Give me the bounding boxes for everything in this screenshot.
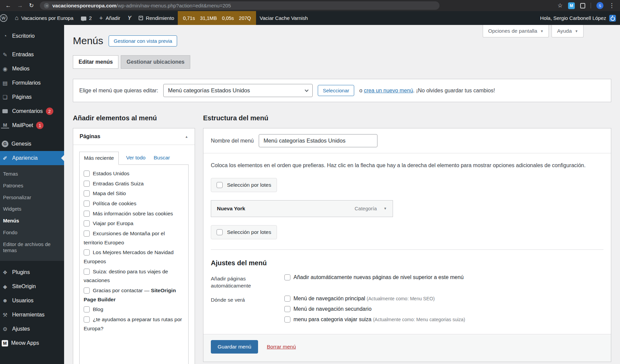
pages-panel-tab[interactable]: Buscar — [153, 152, 170, 164]
page-checkbox[interactable] — [84, 220, 90, 226]
page-checkbox-item[interactable]: Entradas Gratis Suiza — [84, 179, 184, 188]
nav-tab[interactable]: Editar menús — [73, 55, 118, 69]
page-checkbox-item[interactable]: Excursiones de Montaña por el territorio… — [84, 229, 184, 247]
bulk-select-checkbox[interactable] — [217, 229, 223, 235]
menu-name-input[interactable] — [259, 134, 377, 147]
sidebar-item[interactable]: ◔ Escritorio — [0, 29, 64, 43]
page-checkbox[interactable] — [84, 269, 90, 275]
sidebar-item-apariencia[interactable]: ✐ Apariencia — [0, 151, 64, 165]
submenu-item[interactable]: Temas — [0, 168, 64, 180]
sidebar-item[interactable]: M Meow Apps — [0, 336, 64, 350]
auto-add-option[interactable]: Añadir automáticamente nuevas páginas de… — [284, 274, 463, 280]
page-checkbox[interactable] — [84, 190, 90, 196]
save-menu-button[interactable]: Guardar menú — [211, 340, 258, 354]
sidebar-item[interactable]: ▤ Formularios — [0, 76, 64, 90]
page-checkbox-item[interactable]: Blog — [84, 305, 184, 314]
logout-power-icon[interactable] — [609, 15, 616, 22]
pages-panel-tab[interactable]: Ver todo — [125, 152, 146, 164]
cache-box-icon — [139, 16, 143, 20]
help-toggle[interactable]: Ayuda▼ — [552, 25, 584, 37]
chevron-down-icon[interactable]: ▼ — [384, 207, 387, 210]
admin-bar-account[interactable]: Hola, Sergio Carbonell López — [540, 11, 620, 25]
sidebar-item-label: Ajustes — [12, 326, 30, 332]
location-checkbox[interactable] — [284, 316, 290, 323]
location-checkbox[interactable] — [284, 306, 290, 312]
page-checkbox[interactable] — [84, 306, 90, 312]
create-new-menu-link[interactable]: crea un nuevo menú — [364, 88, 413, 93]
sidebar-item[interactable]: ❖ Plugins — [0, 265, 64, 279]
submenu-item[interactable]: Editor de archivos de temas — [0, 239, 64, 257]
menu-settings-heading: Ajustes del menú — [211, 259, 603, 267]
bulk-select-toggle[interactable]: Selección por lotes — [211, 178, 277, 192]
pages-accordion-header[interactable]: Páginas ▲ — [73, 128, 195, 145]
location-checkbox-item[interactable]: menu para categoria viajar suiza (Actual… — [284, 316, 465, 323]
browser-menu-icon[interactable]: ⋮ — [609, 2, 615, 9]
submenu-item[interactable]: Widgets — [0, 203, 64, 215]
page-checkbox[interactable] — [84, 211, 90, 217]
page-checkbox[interactable] — [84, 287, 90, 294]
page-checkbox-item[interactable]: Viajar por Europa — [84, 219, 184, 228]
nav-tab[interactable]: Gestionar ubicaciones — [121, 55, 190, 69]
auto-add-checkbox[interactable] — [284, 274, 290, 280]
performance-stats[interactable]: 0,71s31,1MB0,05s207Q — [178, 11, 256, 25]
page-checkbox[interactable] — [84, 201, 90, 207]
submenu-item[interactable]: Patrones — [0, 180, 64, 192]
sidebar-item[interactable]: Comentarios 2 — [0, 104, 64, 118]
url-text: vacacionesporeuropa.com/wp-admin/nav-men… — [52, 3, 231, 8]
page-checkbox[interactable] — [84, 171, 90, 177]
location-checkbox-item[interactable]: Menú de navegación principal (Actualment… — [284, 296, 465, 302]
submenu-item[interactable]: Menús — [0, 215, 64, 227]
select-menu-button[interactable]: Seleccionar — [318, 85, 354, 96]
location-checkbox[interactable] — [284, 296, 290, 302]
comments-shortcut[interactable]: 2 — [77, 11, 95, 25]
browser-profile-avatar[interactable]: S — [596, 2, 603, 9]
page-checkbox-item[interactable]: Política de cookies — [84, 199, 184, 208]
page-checkbox[interactable] — [84, 316, 90, 323]
menu-select-dropdown[interactable]: Menú categorías Estados Unidos — [163, 84, 313, 97]
page-checkbox-item[interactable]: Suiza: destino para tus viajes de vacaci… — [84, 267, 184, 285]
sidebar-item[interactable]: ☻ Usuarios — [0, 294, 64, 308]
sidebar-item[interactable]: ◆ SiteOrigin — [0, 279, 64, 294]
sidebar-item[interactable]: ⚙ Ajustes — [0, 322, 64, 336]
page-checkbox-item[interactable]: ¿te ayudamos a preparar tus rutas por Eu… — [84, 315, 184, 333]
site-name-menu[interactable]: ⌂Vacaciones por Europa — [11, 11, 77, 25]
manage-with-live-preview-button[interactable]: Gestionar con vista previa — [109, 35, 177, 47]
page-checkbox-item[interactable]: Más información sobre las cookies — [84, 209, 184, 218]
location-checkbox-item[interactable]: Menú de navegación secundario — [284, 306, 465, 312]
extension-m-icon[interactable]: M — [568, 2, 575, 9]
page-checkbox[interactable] — [84, 181, 90, 187]
sidebar-item[interactable]: ⚒ Herramientas — [0, 308, 64, 322]
wp-logo-menu[interactable]: W — [0, 11, 11, 25]
sidebar-item[interactable]: ✎ Entradas — [0, 48, 64, 62]
pages-panel-tab-label: Ver todo — [126, 155, 146, 160]
page-checkbox[interactable] — [84, 231, 90, 237]
page-checkbox-item[interactable]: Los Mejores Mercados de Navidad Europeos — [84, 248, 184, 266]
submenu-item[interactable]: Fondo — [0, 227, 64, 239]
pages-panel-tab[interactable]: Más reciente — [79, 152, 119, 165]
delete-menu-link[interactable]: Borrar menú — [267, 344, 296, 350]
sidebar-item[interactable]: ◉ Medios — [0, 62, 64, 76]
page-checkbox-item[interactable]: Mapa del Sitio — [84, 189, 184, 198]
page-checkbox-item[interactable]: Gracias por contactar — SiteOrigin Page … — [84, 286, 184, 304]
performance-menu[interactable]: Rendimiento — [135, 11, 178, 25]
reload-icon[interactable]: ↻ — [29, 2, 34, 9]
screen-options-toggle[interactable]: Opciones de pantalla▼ — [483, 25, 549, 37]
submenu-item[interactable]: Personalizar — [0, 192, 64, 204]
menu-item-row[interactable]: Nueva York Categoría▼ — [211, 200, 393, 217]
page-checkbox[interactable] — [84, 249, 90, 255]
new-content-menu[interactable]: +Añadir — [95, 11, 124, 25]
sidebar-item[interactable]: G Genesis — [0, 137, 64, 151]
sidebar-item[interactable]: ❏ Páginas — [0, 90, 64, 104]
page-checkbox-item[interactable]: Estados Unidos — [84, 169, 184, 178]
sidebar-item[interactable]: M MailPoet 1 — [0, 118, 64, 132]
bookmark-star-icon[interactable]: ☆ — [558, 2, 563, 9]
yoast-menu[interactable]: Y — [124, 11, 135, 25]
back-icon[interactable]: ← — [5, 2, 11, 9]
site-info-icon[interactable]: -o — [44, 3, 49, 8]
address-bar[interactable]: -o vacacionesporeuropa.com/wp-admin/nav-… — [40, 1, 440, 10]
forward-icon[interactable]: → — [17, 2, 23, 9]
varnish-purge-button[interactable]: Vaciar Cache Varnish — [256, 11, 312, 25]
extensions-icon[interactable] — [580, 3, 585, 8]
bulk-select-toggle-bottom[interactable]: Selección por lotes — [211, 225, 277, 239]
bulk-select-checkbox[interactable] — [217, 182, 223, 188]
